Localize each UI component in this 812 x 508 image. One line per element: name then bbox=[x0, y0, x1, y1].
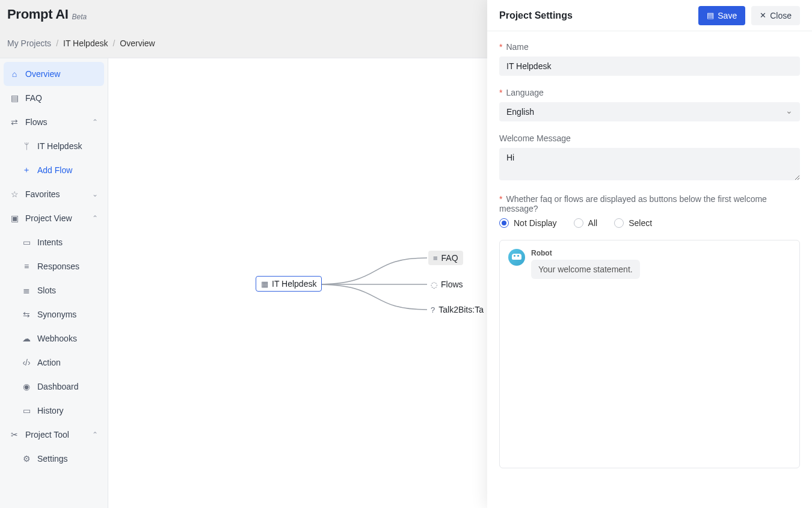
radio-all[interactable]: All bbox=[574, 218, 598, 228]
branch-icon: ᛘ bbox=[22, 141, 31, 151]
language-label: Language bbox=[499, 88, 800, 97]
welcome-textarea[interactable] bbox=[499, 148, 800, 180]
sidebar-item-overview[interactable]: ⌂ Overview bbox=[4, 62, 104, 86]
sidebar-label: Settings bbox=[37, 454, 68, 464]
name-input[interactable] bbox=[499, 57, 800, 76]
sidebar-item-intents[interactable]: ▭ Intents bbox=[16, 230, 104, 254]
book-icon: ▤ bbox=[10, 93, 19, 103]
robot-avatar-icon bbox=[508, 249, 525, 266]
sidebar-item-history[interactable]: ▭ History bbox=[16, 399, 104, 423]
sidebar-label: Overview bbox=[25, 69, 60, 79]
slots-icon: ≣ bbox=[22, 286, 31, 295]
close-icon: ✕ bbox=[760, 11, 766, 20]
chevron-up-icon: ⌃ bbox=[92, 118, 98, 126]
synonyms-icon: ⇆ bbox=[22, 310, 31, 319]
beta-badge: Beta bbox=[72, 13, 87, 21]
robot-name: Robot bbox=[531, 249, 640, 257]
radio-select[interactable]: Select bbox=[614, 218, 652, 228]
radio-dot-icon bbox=[574, 218, 583, 228]
radio-label: Not Display bbox=[514, 218, 557, 228]
sidebar-label: IT Helpdesk bbox=[37, 141, 82, 151]
sidebar-item-settings[interactable]: ⚙ Settings bbox=[16, 447, 104, 471]
button-label: Save bbox=[718, 11, 737, 20]
breadcrumb-root[interactable]: My Projects bbox=[7, 38, 51, 48]
list-icon: ≡ bbox=[433, 254, 438, 263]
sidebar-item-webhooks[interactable]: ☁ Webhooks bbox=[16, 326, 104, 350]
radio-not-display[interactable]: Not Display bbox=[499, 218, 557, 228]
close-button[interactable]: ✕ Close bbox=[751, 6, 800, 25]
preview-box: Robot Your welcome statement. bbox=[499, 240, 800, 468]
welcome-label: Welcome Message bbox=[499, 133, 800, 143]
sidebar-label: Project Tool bbox=[25, 430, 69, 439]
sidebar-label: Dashboard bbox=[37, 382, 79, 391]
home-icon: ⌂ bbox=[10, 69, 19, 79]
cycle-icon: ◌ bbox=[431, 280, 437, 289]
drawer-title: Project Settings bbox=[499, 10, 573, 21]
button-label: Close bbox=[770, 11, 792, 20]
save-button[interactable]: ▤ Save bbox=[698, 6, 745, 25]
cloud-icon: ☁ bbox=[22, 334, 31, 343]
breadcrumb-separator: / bbox=[56, 38, 58, 48]
breadcrumb-project[interactable]: IT Helpdesk bbox=[63, 38, 108, 48]
sidebar-label: History bbox=[37, 406, 64, 415]
node-label: IT Helpdesk bbox=[272, 279, 316, 289]
canvas-node-faq[interactable]: ≡ FAQ bbox=[428, 251, 463, 265]
responses-icon: ≡ bbox=[22, 262, 31, 271]
sidebar-item-faq[interactable]: ▤ FAQ bbox=[4, 86, 104, 110]
tool-icon: ✂ bbox=[10, 430, 19, 439]
sidebar-group-project-view[interactable]: ▣ Project View ⌃ bbox=[4, 206, 104, 230]
node-label: FAQ bbox=[441, 253, 458, 263]
sidebar-label: Slots bbox=[37, 286, 56, 295]
chevron-up-icon: ⌃ bbox=[92, 430, 98, 439]
chat-icon: ▭ bbox=[22, 406, 31, 415]
chevron-down-icon: ⌄ bbox=[92, 190, 98, 198]
sidebar-item-responses[interactable]: ≡ Responses bbox=[16, 254, 104, 278]
sidebar-group-favorites[interactable]: ☆ Favorites ⌄ bbox=[4, 182, 104, 206]
sidebar-label: FAQ bbox=[25, 93, 42, 103]
sidebar: ⌂ Overview ▤ FAQ ⇄ Flows ⌃ ᛘ IT Helpdesk… bbox=[0, 58, 108, 508]
sidebar-label: Project View bbox=[25, 213, 72, 223]
name-label: Name bbox=[499, 42, 800, 52]
display-question-label: Whether faq or flows are displayed as bu… bbox=[499, 194, 800, 213]
sidebar-label: Intents bbox=[37, 237, 63, 247]
grid-icon: ▦ bbox=[261, 280, 268, 289]
code-icon: ‹/› bbox=[22, 358, 31, 367]
app-title: Prompt AI bbox=[7, 7, 69, 22]
canvas-node-root[interactable]: ▦ IT Helpdesk bbox=[256, 276, 322, 292]
plus-icon: ＋ bbox=[22, 165, 31, 176]
add-flow-button[interactable]: ＋ Add Flow bbox=[16, 158, 104, 182]
canvas-node-talk2bits[interactable]: ? Talk2Bits:Ta bbox=[426, 302, 488, 317]
save-icon: ▤ bbox=[707, 11, 714, 20]
sidebar-item-dashboard[interactable]: ◉ Dashboard bbox=[16, 375, 104, 399]
chevron-up-icon: ⌃ bbox=[92, 214, 98, 222]
sidebar-label: Responses bbox=[37, 262, 79, 271]
sidebar-label: Favorites bbox=[25, 189, 60, 199]
sidebar-label: Action bbox=[37, 358, 61, 367]
robot-bubble: Your welcome statement. bbox=[531, 260, 640, 279]
sidebar-label: Synonyms bbox=[37, 310, 76, 319]
sidebar-item-action[interactable]: ‹/› Action bbox=[16, 350, 104, 375]
project-icon: ▣ bbox=[10, 213, 19, 223]
radio-dot-icon bbox=[499, 218, 509, 228]
sidebar-item-synonyms[interactable]: ⇆ Synonyms bbox=[16, 302, 104, 326]
drawer-header: Project Settings ▤ Save ✕ Close bbox=[487, 0, 812, 31]
language-select[interactable]: English bbox=[499, 102, 800, 121]
sidebar-item-slots[interactable]: ≣ Slots bbox=[16, 278, 104, 302]
drawer-body: Name Language English Welcome Message Wh… bbox=[487, 31, 812, 508]
sidebar-group-project-tool[interactable]: ✂ Project Tool ⌃ bbox=[4, 423, 104, 447]
node-label: Flows bbox=[441, 280, 463, 289]
canvas-node-flows[interactable]: ◌ Flows bbox=[426, 277, 468, 292]
sidebar-group-flows[interactable]: ⇄ Flows ⌃ bbox=[4, 110, 104, 134]
dashboard-icon: ◉ bbox=[22, 382, 31, 391]
sidebar-label: Add Flow bbox=[37, 165, 72, 175]
breadcrumb-page: Overview bbox=[120, 38, 155, 48]
help-icon: ? bbox=[431, 305, 435, 314]
intents-icon: ▭ bbox=[22, 237, 31, 247]
gear-icon: ⚙ bbox=[22, 454, 31, 464]
node-label: Talk2Bits:Ta bbox=[438, 305, 484, 314]
sidebar-label: Flows bbox=[25, 117, 48, 127]
star-icon: ☆ bbox=[10, 189, 19, 199]
radio-label: All bbox=[588, 218, 598, 228]
sidebar-item-flow-helpdesk[interactable]: ᛘ IT Helpdesk bbox=[16, 134, 104, 158]
radio-dot-icon bbox=[614, 218, 624, 228]
